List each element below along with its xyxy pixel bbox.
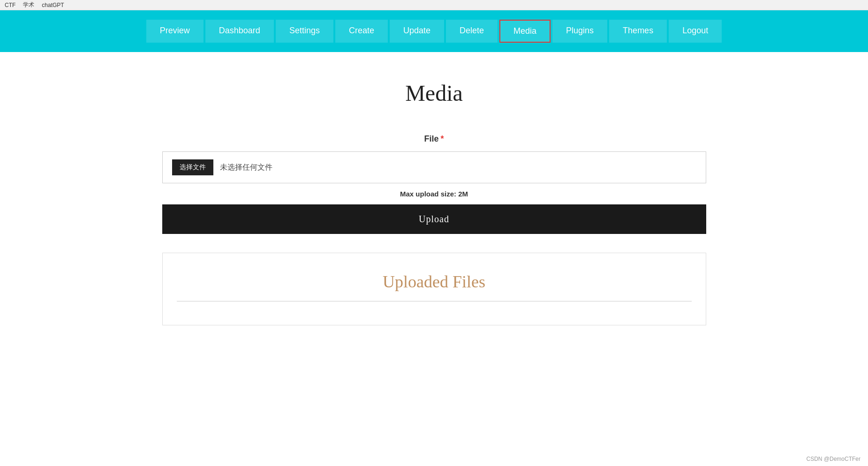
- nav-item-plugins[interactable]: Plugins: [552, 20, 607, 43]
- uploaded-files-section: Uploaded Files: [162, 253, 706, 325]
- max-upload-text: Max upload size: 2M: [162, 190, 706, 198]
- browser-tab-chatgpt: chatGPT: [42, 2, 64, 8]
- nav-item-logout[interactable]: Logout: [669, 20, 722, 43]
- no-file-text: 未选择任何文件: [220, 163, 272, 173]
- file-label: File*: [162, 134, 706, 144]
- file-section: File* 选择文件 未选择任何文件 Max upload size: 2M U…: [162, 134, 706, 234]
- page-title: Media: [162, 80, 706, 106]
- required-marker: *: [441, 134, 444, 143]
- upload-button[interactable]: Upload: [162, 204, 706, 234]
- main-content: Media File* 选择文件 未选择任何文件 Max upload size…: [153, 52, 716, 344]
- browser-bar: CTF 学术 chatGPT: [0, 0, 868, 10]
- browser-tab-study: 学术: [23, 1, 34, 9]
- nav-item-delete[interactable]: Delete: [446, 20, 498, 43]
- nav-item-themes[interactable]: Themes: [609, 20, 667, 43]
- choose-file-button[interactable]: 选择文件: [172, 159, 213, 175]
- nav-item-update[interactable]: Update: [390, 20, 444, 43]
- file-input-wrapper: 选择文件 未选择任何文件: [162, 151, 706, 183]
- nav-item-media[interactable]: Media: [499, 20, 551, 43]
- nav-item-preview[interactable]: Preview: [146, 20, 204, 43]
- navbar: Preview Dashboard Settings Create Update…: [0, 10, 868, 52]
- footer-watermark: CSDN @DemoCTFer: [806, 456, 860, 462]
- nav-item-dashboard[interactable]: Dashboard: [205, 20, 274, 43]
- nav-items: Preview Dashboard Settings Create Update…: [146, 20, 722, 43]
- uploaded-divider: [177, 301, 692, 301]
- nav-item-settings[interactable]: Settings: [276, 20, 333, 43]
- nav-item-create[interactable]: Create: [335, 20, 388, 43]
- browser-tab-ctf: CTF: [5, 2, 15, 8]
- uploaded-files-title: Uploaded Files: [177, 272, 692, 292]
